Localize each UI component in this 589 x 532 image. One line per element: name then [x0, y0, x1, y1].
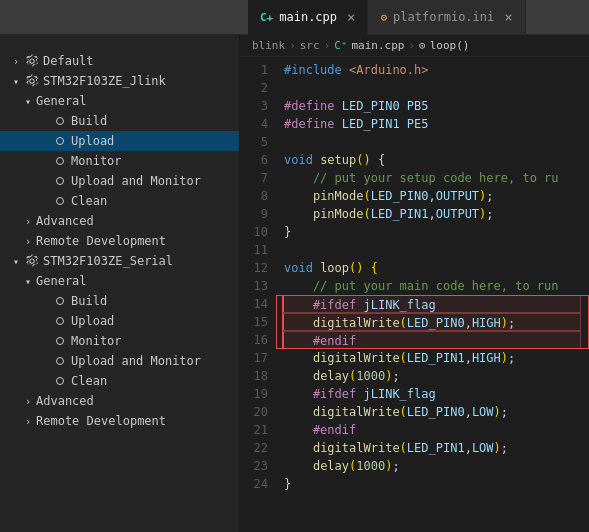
line-number: 18 — [244, 367, 268, 385]
breadcrumb-sep: › — [289, 39, 296, 52]
code-line — [284, 241, 581, 259]
code-line: #ifdef jLINK_flag — [282, 295, 581, 313]
sidebar-item-serial-advanced[interactable]: ›Advanced — [0, 391, 239, 411]
code-line: digitalWrite(LED_PIN1,HIGH); — [284, 349, 581, 367]
tab-close-button[interactable]: × — [347, 9, 355, 25]
task-icon — [52, 293, 68, 309]
line-number: 14 — [244, 295, 268, 313]
code-line: } — [284, 223, 581, 241]
breadcrumb: blink › src › C⁺ main.cpp › ⊙ loop() — [240, 35, 589, 57]
sidebar-item-serial-monitor[interactable]: Monitor — [0, 331, 239, 351]
sidebar-item-jlink[interactable]: ▾STM32F103ZE_Jlink — [0, 71, 239, 91]
task-icon — [52, 373, 68, 389]
line-number: 6 — [244, 151, 268, 169]
code-line: // put your main code here, to run — [284, 277, 581, 295]
editor-content[interactable]: 123456789101112131415161718192021222324 … — [240, 57, 589, 532]
sidebar-item-serial[interactable]: ▾STM32F103ZE_Serial — [0, 251, 239, 271]
breadcrumb-item: src — [300, 39, 320, 52]
tab-platformio-ini[interactable]: ⚙platformio.ini× — [368, 0, 525, 35]
chevron-icon: › — [20, 393, 36, 409]
gear-icon — [24, 253, 40, 269]
line-number: 24 — [244, 475, 268, 493]
line-number: 23 — [244, 457, 268, 475]
line-number: 20 — [244, 403, 268, 421]
breadcrumb-sep: › — [324, 39, 331, 52]
code-line: delay(1000); — [284, 457, 581, 475]
sidebar-item-default[interactable]: ›Default — [0, 51, 239, 71]
code-area[interactable]: #include <Arduino.h> #define LED_PIN0 PB… — [276, 57, 589, 532]
sidebar-item-label: STM32F103ZE_Serial — [43, 254, 239, 268]
tab-label: main.cpp — [279, 10, 337, 24]
line-number: 8 — [244, 187, 268, 205]
task-icon — [52, 193, 68, 209]
top-bar: C+main.cpp×⚙platformio.ini× — [0, 0, 589, 35]
line-number: 5 — [244, 133, 268, 151]
gear-icon — [24, 73, 40, 89]
sidebar-item-serial-upload-monitor[interactable]: Upload and Monitor — [0, 351, 239, 371]
chevron-icon: ▾ — [20, 273, 36, 289]
sidebar-item-serial-remote[interactable]: ›Remote Development — [0, 411, 239, 431]
sidebar-item-label: General — [36, 94, 239, 108]
code-line: #endif — [284, 421, 581, 439]
sidebar-items-list: ›Default▾STM32F103ZE_Jlink▾GeneralBuildU… — [0, 51, 239, 431]
code-line: digitalWrite(LED_PIN1,LOW); — [284, 439, 581, 457]
tab-icon: C+ — [260, 11, 273, 24]
code-line: digitalWrite(LED_PIN0,HIGH); — [282, 313, 581, 331]
line-numbers: 123456789101112131415161718192021222324 — [240, 57, 276, 532]
task-icon — [52, 333, 68, 349]
task-icon — [52, 153, 68, 169]
tab-icon: ⚙ — [380, 11, 387, 24]
sidebar-item-label: Upload — [71, 314, 239, 328]
line-number: 21 — [244, 421, 268, 439]
sidebar-item-label: Build — [71, 114, 239, 128]
gear-icon — [24, 53, 40, 69]
tab-main-cpp[interactable]: C+main.cpp× — [248, 0, 368, 35]
code-line: #define LED_PIN0 PB5 — [284, 97, 581, 115]
code-line: pinMode(LED_PIN0,OUTPUT); — [284, 187, 581, 205]
chevron-icon: › — [20, 213, 36, 229]
task-icon — [52, 313, 68, 329]
sidebar-item-jlink-remote[interactable]: ›Remote Development — [0, 231, 239, 251]
code-line: digitalWrite(LED_PIN0,LOW); — [284, 403, 581, 421]
code-line: pinMode(LED_PIN1,OUTPUT); — [284, 205, 581, 223]
sidebar-item-jlink-general[interactable]: ▾General — [0, 91, 239, 111]
line-number: 22 — [244, 439, 268, 457]
sidebar-item-serial-clean[interactable]: Clean — [0, 371, 239, 391]
sidebar-item-jlink-upload[interactable]: Upload — [0, 131, 239, 151]
code-line: void setup() { — [284, 151, 581, 169]
sidebar: ›Default▾STM32F103ZE_Jlink▾GeneralBuildU… — [0, 35, 240, 532]
breadcrumb-item: blink — [252, 39, 285, 52]
main-area: ›Default▾STM32F103ZE_Jlink▾GeneralBuildU… — [0, 35, 589, 532]
tab-label: platformio.ini — [393, 10, 494, 24]
sidebar-item-label: STM32F103ZE_Jlink — [43, 74, 239, 88]
sidebar-item-label: Default — [43, 54, 239, 68]
breadcrumb-item: main.cpp — [352, 39, 405, 52]
code-line: #define LED_PIN1 PE5 — [284, 115, 581, 133]
sidebar-item-serial-general[interactable]: ▾General — [0, 271, 239, 291]
line-number: 11 — [244, 241, 268, 259]
sidebar-item-jlink-advanced[interactable]: ›Advanced — [0, 211, 239, 231]
sidebar-item-jlink-upload-monitor[interactable]: Upload and Monitor — [0, 171, 239, 191]
sidebar-item-label: Clean — [71, 374, 239, 388]
sidebar-item-jlink-monitor[interactable]: Monitor — [0, 151, 239, 171]
line-number: 10 — [244, 223, 268, 241]
sidebar-item-serial-build[interactable]: Build — [0, 291, 239, 311]
chevron-icon: ▾ — [8, 73, 24, 89]
chevron-icon: ▾ — [8, 253, 24, 269]
sidebar-item-jlink-clean[interactable]: Clean — [0, 191, 239, 211]
code-line: #include <Arduino.h> — [284, 61, 581, 79]
breadcrumb-item: ⊙ — [419, 39, 426, 52]
line-number: 15 — [244, 313, 268, 331]
sidebar-section-header — [0, 35, 239, 51]
sidebar-item-jlink-build[interactable]: Build — [0, 111, 239, 131]
task-icon — [52, 113, 68, 129]
line-number: 19 — [244, 385, 268, 403]
line-number: 16 — [244, 331, 268, 349]
code-line: // put your setup code here, to ru — [284, 169, 581, 187]
tab-close-button[interactable]: × — [504, 9, 512, 25]
line-number: 17 — [244, 349, 268, 367]
breadcrumb-item: C⁺ — [334, 39, 347, 52]
sidebar-item-serial-upload[interactable]: Upload — [0, 311, 239, 331]
sidebar-item-label: Clean — [71, 194, 239, 208]
code-line: } — [284, 475, 581, 493]
